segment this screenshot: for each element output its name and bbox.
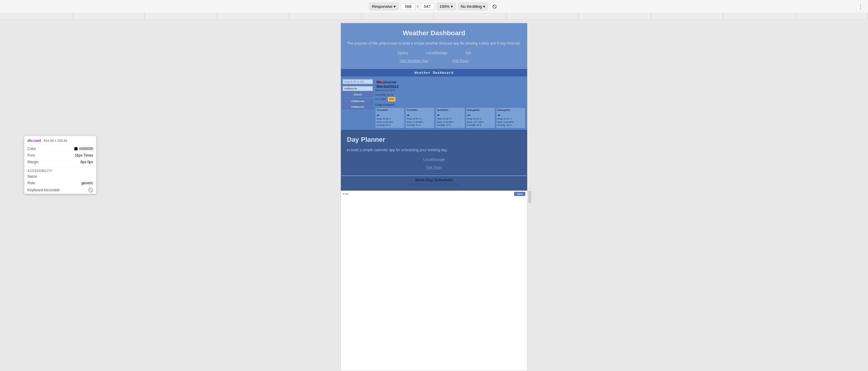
forecast-wind-3: Wind: 12.77 MPH — [467, 121, 494, 124]
forecast-card-4: Mo/Aug/2021 ☁ Temp: 32.02 °C Wind: 13.64… — [496, 107, 525, 128]
weather-app-header: Weather Dashboard — [341, 69, 527, 76]
link-visit-app[interactable]: Visit Weather App — [399, 59, 428, 63]
forecast-card-2: Sa/Jul/2021 ☁ Temp: 31.54 °C Wind: 11.50… — [435, 107, 465, 128]
zoom-dropdown[interactable]: 100% ▾ — [437, 3, 456, 10]
toolbar: Responsive ▾ × 100% ▾ No throttling ▾ ⋮ — [0, 0, 868, 13]
scheduler-date: Wednesday 28th July 2021 — 11:00:20 pm — [343, 186, 525, 189]
ruler-segment — [289, 13, 362, 20]
history-item-2[interactable]: melbourne — [343, 104, 373, 109]
toolbar-controls: Responsive ▾ × 100% ▾ No throttling ▾ — [369, 2, 498, 11]
day-planner-card: Day Planner to build a simple calendar a… — [341, 130, 527, 175]
svg-line-1 — [493, 5, 496, 8]
inspector-margin-row: Margin 8px 0px — [24, 159, 96, 165]
accessibility-section-label: ACCESSIBILITY — [24, 168, 96, 173]
weather-main: Melbourne We/Jul/2021 Temp: 28.99 °C Win… — [373, 78, 525, 128]
zoom-label: 100% — [439, 4, 450, 9]
inspector-name-label: Name — [27, 174, 37, 178]
inspector-keyboard-row: Keyboard-focusable — [24, 187, 96, 194]
tag-api: Api — [466, 51, 471, 55]
forecast-date-4: Mo/Aug/2021 — [497, 109, 524, 112]
forecast-wind-2: Wind: 11.50 MPH — [437, 121, 464, 124]
scheduler-save-button[interactable]: Save — [514, 192, 525, 196]
uv-detail: UV Index: Mild — [375, 97, 525, 101]
ruler-bar — [0, 13, 868, 20]
weather-card-description: The purpose of this project was to build… — [347, 41, 521, 46]
city-title: Melbourne We/Jul/2021 — [375, 78, 525, 83]
planner-card-links: Visit Repo — [347, 165, 521, 170]
resize-handle[interactable] — [528, 191, 531, 203]
search-button[interactable]: Search — [343, 92, 373, 97]
forecast-date-2: Sa/Jul/2021 — [437, 109, 464, 112]
inspector-color-label: Color — [27, 147, 36, 151]
chevron-down-icon: ▾ — [394, 4, 396, 9]
inspector-role-label: Role — [27, 181, 35, 185]
wind-detail: Wind: 8.93 MPH — [375, 88, 525, 93]
inspector-font-value: 16px Times — [75, 153, 93, 158]
responsive-label: Responsive — [372, 4, 393, 9]
inspector-color-value: #000000 — [74, 147, 93, 151]
weather-dot-icon — [381, 80, 384, 82]
forecast-temp-0: Temp: 29.46 °C — [376, 117, 403, 121]
city-search-input[interactable] — [343, 79, 373, 84]
no-throttle-icon[interactable] — [490, 2, 499, 11]
inspector-margin-label: Margin — [27, 160, 38, 164]
inspector-color-row: Color #000000 — [24, 145, 96, 152]
scheduler-subtext: ple calendar app for scheduling your day — [343, 183, 525, 186]
scheduler-title-text: Work Day Scheduler — [415, 178, 453, 182]
scheduler-body: 9 am Save — [341, 191, 527, 197]
preview-area: Weather Dashboard The purpose of this pr… — [0, 20, 868, 371]
forecast-icon-2: ☁ — [437, 112, 464, 117]
history-item-1[interactable]: melbourne — [343, 99, 373, 104]
dimension-separator: × — [416, 4, 418, 9]
link-visit-repo[interactable]: Visit Repo — [452, 59, 468, 63]
forecast-humidity-0: Humidity: 69 % — [376, 124, 403, 127]
inspector-keyboard-label: Keyboard-focusable — [27, 188, 60, 192]
scheduler-time: 9 am — [343, 193, 349, 196]
throttle-label: No throttling — [461, 4, 482, 9]
inspector-role-value: generic — [82, 181, 93, 185]
responsive-dropdown[interactable]: Responsive ▾ — [369, 3, 398, 10]
height-input[interactable] — [420, 3, 434, 10]
forecast-cards: Th/Jul/2021 ☁ Temp: 29.46 °C Wind: 11.32… — [375, 107, 525, 128]
forecast-icon-1: ☁ — [407, 112, 433, 117]
throttle-dropdown[interactable]: No throttling ▾ — [458, 3, 488, 10]
planner-card-tags: LocalStorage — [347, 158, 521, 162]
ruler-segment — [434, 13, 506, 20]
city-search-value[interactable] — [343, 86, 373, 91]
weather-app-preview: Weather Dashboard Search melbourne melbo… — [341, 69, 527, 130]
scheduler-preview: Work Day Scheduler ple calendar app for … — [341, 175, 527, 197]
forecast-wind-1: Wind: 11.95 MPH — [407, 121, 433, 124]
weather-card-tags: Jquery LocalStorage Api — [347, 51, 521, 55]
inspector-role-row: Role generic — [24, 180, 96, 187]
planner-card-description: to build a simple calendar app for sched… — [347, 147, 521, 153]
dimension-controls: × — [401, 3, 434, 10]
forecast-wind-4: Wind: 13.64 MPH — [497, 121, 524, 124]
color-swatch — [74, 147, 78, 150]
forecast-wind-0: Wind: 11.32 MPH — [376, 121, 403, 124]
planner-link-visit-repo[interactable]: Visit Repo — [426, 165, 442, 170]
humidity-detail: Humidity: 91 % — [375, 93, 525, 97]
more-options-button[interactable]: ⋮ — [858, 3, 863, 10]
ruler-segment — [506, 13, 579, 20]
planner-card-title: Day Planner — [347, 136, 521, 144]
chevron-down-icon-throttle: ▾ — [483, 4, 485, 9]
tag-jquery: Jquery — [397, 51, 408, 55]
forecast-title: 5 Day Forecast — [375, 103, 525, 106]
city-title-text: Melbourne We/Jul/2021 — [376, 80, 379, 82]
forecast-card-0: Th/Jul/2021 ☁ Temp: 29.46 °C Wind: 11.32… — [375, 107, 404, 128]
planner-tag-localstorage: LocalStorage — [424, 158, 445, 162]
forecast-humidity-2: Humidity: 42 % — [437, 124, 464, 127]
ruler-segment — [796, 13, 868, 20]
ruler-segment — [0, 13, 72, 20]
forecast-humidity-1: Humidity: 57 % — [407, 124, 433, 127]
width-input[interactable] — [401, 3, 415, 10]
inspector-font-row: Font 16px Times — [24, 152, 96, 159]
forecast-icon-3: ☁ — [467, 112, 494, 117]
inspector-name-row: Name — [24, 173, 96, 180]
device-preview-frame: Weather Dashboard The purpose of this pr… — [341, 23, 527, 371]
inspector-margin-value: 8px 0px — [81, 160, 93, 164]
forecast-icon-0: ☁ — [376, 112, 403, 117]
keyboard-blocked-icon — [88, 188, 93, 193]
scheduler-title: Work Day Scheduler — [343, 178, 525, 182]
more-icon: ⋮ — [858, 4, 863, 10]
